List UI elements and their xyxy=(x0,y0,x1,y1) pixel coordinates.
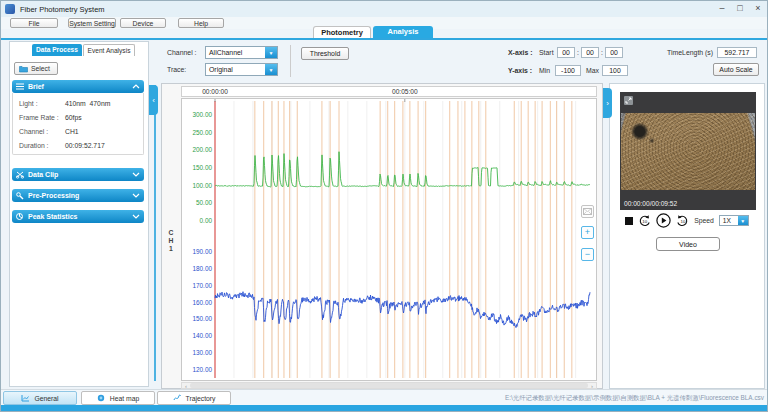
section-header-data-clip[interactable]: Data Clip xyxy=(12,168,144,181)
field-value: 00:09:52.717 xyxy=(65,142,105,149)
sidebar-tab-event-analysis[interactable]: Event Analysis xyxy=(83,44,135,56)
bottom-tab-trajectory[interactable]: Trajectory xyxy=(157,391,231,405)
heatmap-icon xyxy=(97,394,106,402)
chevron-up-icon xyxy=(132,84,140,89)
brief-title: Brief xyxy=(28,83,44,90)
field-label: Duration : xyxy=(19,142,65,149)
threshold-button[interactable]: Threshold xyxy=(301,47,349,60)
speed-value: 1X xyxy=(720,217,738,224)
section-title: Data Clip xyxy=(28,171,58,178)
trace-dropdown-arrow-icon[interactable]: ▼ xyxy=(265,64,277,75)
start-hours-input[interactable]: 00 xyxy=(557,47,575,58)
green-axis-tick: 100.00 xyxy=(192,182,212,189)
play-button[interactable] xyxy=(656,213,671,228)
sidebar-splitter[interactable] xyxy=(154,85,156,381)
menu-help[interactable]: Help xyxy=(178,18,224,28)
tab-photometry[interactable]: Photometry xyxy=(313,26,371,38)
plot-area[interactable]: 300.00250.00200.00150.00100.0050.000.001… xyxy=(181,98,597,381)
scrollbar-thumb[interactable] xyxy=(190,383,588,388)
maximize-button[interactable]: □ xyxy=(731,1,749,17)
toolbar-separator xyxy=(290,45,291,77)
stop-button[interactable] xyxy=(625,217,633,225)
auto-scale-button[interactable]: Auto Scale xyxy=(713,63,759,76)
zoom-in-button[interactable]: + xyxy=(581,226,594,239)
bottom-tab-heat-map[interactable]: Heat map xyxy=(81,391,155,405)
channel-label: Channel : xyxy=(167,49,197,56)
field-value: CH1 xyxy=(65,128,79,135)
status-file-path: E:\光纤记录数据\光纤记录数据\示例数据\自测数据\BLA + 光遗传刺激\F… xyxy=(505,394,764,403)
start-minutes-input[interactable]: 00 xyxy=(581,47,599,58)
detach-video-icon[interactable] xyxy=(624,96,633,105)
app-window: Fiber Photometry System – □ × FileSystem… xyxy=(0,0,768,412)
chevron-down-icon xyxy=(132,214,140,219)
section-title: Peak Statistics xyxy=(28,213,77,220)
brief-section-header[interactable]: Brief xyxy=(12,80,144,93)
close-button[interactable]: × xyxy=(749,1,767,17)
scroll-left-icon[interactable]: ‹ xyxy=(182,383,190,389)
blue-axis-tick: 180.00 xyxy=(192,265,212,272)
sidebar: Data ProcessEvent Analysis Select Brief … xyxy=(9,41,149,387)
ymin-input[interactable]: -100 xyxy=(555,65,581,76)
time-axis-label: 00:00:00 xyxy=(202,88,228,95)
brief-field-channel-: Channel :CH1 xyxy=(19,124,143,138)
menu-device[interactable]: Device xyxy=(120,18,166,28)
field-label: Channel : xyxy=(19,128,65,135)
envelope-icon xyxy=(583,208,592,215)
channel-dropdown[interactable]: AllChannel ▼ xyxy=(205,46,278,59)
arena-video-frame xyxy=(621,113,755,190)
video-panel: › 00:00:00/00:09:52 10 10 Speed 1X ▼ Vid… xyxy=(609,83,765,389)
yaxis-label: Y-axis : xyxy=(508,67,532,74)
blue-axis-tick: 130.00 xyxy=(192,349,212,356)
video-button[interactable]: Video xyxy=(656,237,720,251)
bottom-tab-general[interactable]: General xyxy=(3,391,77,405)
scroll-right-icon[interactable]: › xyxy=(588,383,596,389)
forward-10-button[interactable]: 10 xyxy=(676,214,689,227)
green-axis-tick: 50.00 xyxy=(196,199,212,206)
blue-axis-tick: 120.00 xyxy=(192,366,212,373)
trace-dropdown[interactable]: Original ▼ xyxy=(205,63,278,76)
channel-value: AllChannel xyxy=(206,49,265,56)
rewind-10-button[interactable]: 10 xyxy=(638,214,651,227)
app-logo-icon xyxy=(5,4,15,14)
max-label: Max xyxy=(586,67,599,74)
select-file-button[interactable]: Select xyxy=(14,62,58,75)
speed-dropdown[interactable]: 1X ▼ xyxy=(719,215,749,226)
speed-dropdown-arrow-icon[interactable]: ▼ xyxy=(738,216,748,225)
select-button-label: Select xyxy=(31,65,50,72)
menu-file[interactable]: File xyxy=(10,18,58,28)
zoom-out-button[interactable]: − xyxy=(581,248,594,261)
section-header-peak-statistics[interactable]: Peak Statistics xyxy=(12,210,144,223)
field-value: 410nm 470nm xyxy=(65,100,110,107)
trajectory-icon xyxy=(173,394,182,402)
sidebar-collapse-handle[interactable]: ‹ xyxy=(149,85,158,115)
bottom-tab-bar: GeneralHeat mapTrajectory E:\光纤记录数据\光纤记录… xyxy=(1,389,768,405)
video-preview[interactable]: 00:00:00/00:09:52 xyxy=(620,92,756,210)
sidebar-tab-data-process[interactable]: Data Process xyxy=(32,44,82,56)
horizontal-scrollbar[interactable]: ‹ › xyxy=(181,382,597,389)
timelength-input[interactable]: 592.717 xyxy=(717,47,757,58)
folder-icon xyxy=(19,65,28,73)
green-axis-tick: 200.00 xyxy=(192,146,212,153)
svg-text:10: 10 xyxy=(681,219,686,224)
tab-analysis[interactable]: Analysis xyxy=(373,26,433,38)
blue-axis-tick: 190.00 xyxy=(192,248,212,255)
bottom-tab-label: General xyxy=(34,395,58,402)
brief-field-frame-rate-: Frame Rate :60fps xyxy=(19,110,143,124)
ymax-input[interactable]: 100 xyxy=(602,65,628,76)
channel-axis-label: CH1 xyxy=(166,229,176,253)
channel-dropdown-arrow-icon[interactable]: ▼ xyxy=(265,47,277,58)
section-header-pre-processing[interactable]: Pre-Processing xyxy=(12,189,144,202)
chevron-down-icon xyxy=(132,172,140,177)
chevron-down-icon xyxy=(132,193,140,198)
start-seconds-input[interactable]: 00 xyxy=(605,47,623,58)
photometry-plot[interactable]: 300.00250.00200.00150.00100.0050.000.001… xyxy=(182,99,596,380)
video-panel-expand-handle[interactable]: › xyxy=(603,88,612,118)
xaxis-label: X-axis : xyxy=(508,49,533,56)
time-colon-1: : xyxy=(577,49,579,56)
accent-divider xyxy=(1,38,768,40)
green-axis-tick: 250.00 xyxy=(192,129,212,136)
blue-axis-tick: 170.00 xyxy=(192,282,212,289)
minimize-button[interactable]: – xyxy=(713,1,731,17)
export-plot-button[interactable] xyxy=(581,205,594,218)
menu-system-setting[interactable]: System Setting xyxy=(68,18,116,28)
